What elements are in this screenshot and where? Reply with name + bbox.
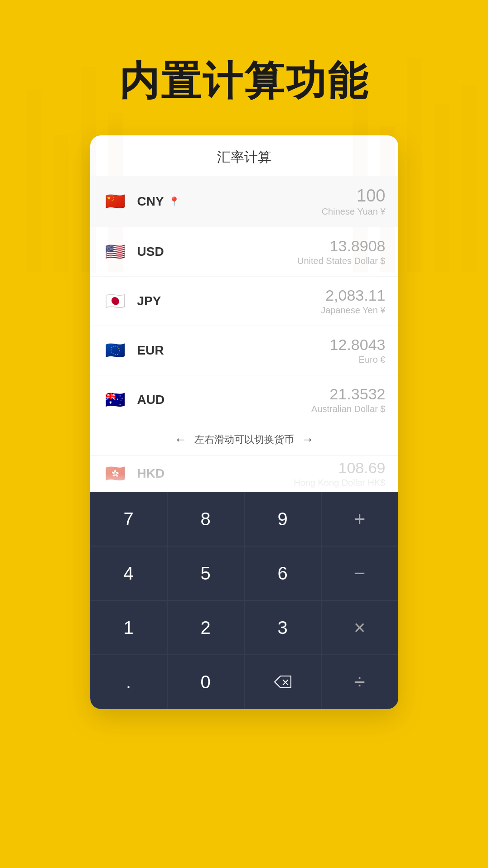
jpy-amount: 2,083.11 — [321, 287, 385, 304]
eur-name: Euro € — [330, 355, 386, 365]
usd-amount: 13.8908 — [297, 237, 386, 255]
key-divide[interactable]: ÷ — [321, 655, 398, 709]
key-1[interactable]: 1 — [90, 600, 167, 655]
currency-row-cny[interactable]: 🇨🇳 CNY 📍 100 Chinese Yuan ¥ — [90, 176, 398, 227]
key-6[interactable]: 6 — [244, 546, 321, 600]
key-2[interactable]: 2 — [167, 600, 244, 655]
flag-aud: 🇦🇺 — [103, 387, 128, 412]
right-arrow-icon: → — [301, 432, 314, 447]
currency-list: 🇨🇳 CNY 📍 100 Chinese Yuan ¥ 🇺🇸 USD 13.89… — [90, 176, 398, 424]
scroll-hint-text: 左右滑动可以切换货币 — [194, 433, 294, 446]
scroll-hint: ← 左右滑动可以切换货币 → — [90, 424, 398, 456]
flag-usd: 🇺🇸 — [103, 239, 128, 264]
flag-cny: 🇨🇳 — [103, 189, 128, 214]
currency-code-jpy: JPY — [137, 294, 321, 308]
currency-values-usd: 13.8908 United States Dollar $ — [297, 237, 386, 266]
currency-row-hkd[interactable]: 🇭🇰 HKD 108.69 Hong Kong Dollar HK$ — [90, 456, 398, 492]
usd-name: United States Dollar $ — [297, 256, 386, 266]
aud-amount: 21.3532 — [311, 385, 385, 403]
jpy-name: Japanese Yen ¥ — [321, 305, 385, 316]
currency-row-jpy[interactable]: 🇯🇵 JPY 2,083.11 Japanese Yen ¥ — [90, 277, 398, 326]
currency-values-aud: 21.3532 Australian Dollar $ — [311, 385, 385, 414]
key-4[interactable]: 4 — [90, 546, 167, 600]
key-0[interactable]: 0 — [167, 655, 244, 709]
key-multiply[interactable]: × — [321, 600, 398, 655]
flag-eur: 🇪🇺 — [103, 338, 128, 363]
key-backspace[interactable] — [244, 655, 321, 709]
cny-amount: 100 — [322, 186, 386, 206]
key-7[interactable]: 7 — [90, 492, 167, 546]
currency-code-cny: CNY 📍 — [137, 194, 322, 209]
currency-code-eur: EUR — [137, 343, 330, 358]
aud-name: Australian Dollar $ — [311, 404, 385, 414]
currency-code-usd: USD — [137, 245, 297, 259]
currency-values-cny: 100 Chinese Yuan ¥ — [322, 186, 386, 217]
key-minus[interactable]: − — [321, 546, 398, 600]
key-plus[interactable]: + — [321, 492, 398, 546]
svg-rect-1 — [54, 136, 68, 272]
key-3[interactable]: 3 — [244, 600, 321, 655]
currency-row-eur[interactable]: 🇪🇺 EUR 12.8043 Euro € — [90, 326, 398, 375]
card-title: 汇率计算 — [217, 149, 271, 164]
key-dot[interactable]: . — [90, 655, 167, 709]
key-9[interactable]: 9 — [244, 492, 321, 546]
page-title: 内置计算功能 — [119, 54, 369, 108]
eur-amount: 12.8043 — [330, 336, 386, 354]
currency-row-aud[interactable]: 🇦🇺 AUD 21.3532 Australian Dollar $ — [90, 375, 398, 424]
currency-values-jpy: 2,083.11 Japanese Yen ¥ — [321, 287, 385, 316]
cny-name: Chinese Yuan ¥ — [322, 206, 386, 217]
key-5[interactable]: 5 — [167, 546, 244, 600]
currency-row-usd[interactable]: 🇺🇸 USD 13.8908 United States Dollar $ — [90, 227, 398, 277]
title-area: 内置计算功能 — [0, 0, 488, 135]
left-arrow-icon: ← — [174, 432, 187, 447]
keypad: 7 8 9 + 4 5 6 − 1 2 3 × . 0 ÷ — [90, 492, 398, 709]
flag-jpy: 🇯🇵 — [103, 288, 128, 314]
key-8[interactable]: 8 — [167, 492, 244, 546]
card-header: 汇率计算 — [90, 135, 398, 176]
app-card: 汇率计算 🇨🇳 CNY 📍 100 Chinese Yuan ¥ 🇺🇸 USD … — [90, 135, 398, 709]
currency-code-aud: AUD — [137, 393, 312, 407]
currency-values-eur: 12.8043 Euro € — [330, 336, 386, 365]
location-icon-cny: 📍 — [169, 196, 180, 207]
